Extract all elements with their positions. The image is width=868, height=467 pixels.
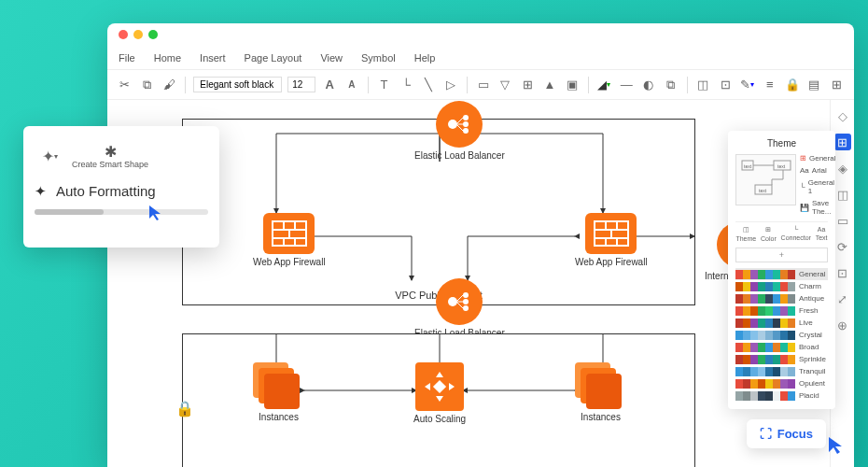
pen-icon[interactable]: ✎▾ <box>739 76 756 94</box>
layers-icon[interactable]: ▤ <box>805 76 822 94</box>
auto-formatting-row[interactable]: ✦ Auto Formatting <box>35 183 208 200</box>
min-dot[interactable] <box>133 30 143 39</box>
shadow-icon[interactable]: ◐ <box>640 76 657 94</box>
theme-tab-connector[interactable]: └Connector <box>781 226 811 242</box>
private-subnet[interactable]: 🔒 VPC Private Subnet Instances <box>182 333 695 467</box>
copy-icon[interactable]: ⧉ <box>139 76 156 94</box>
menu-insert[interactable]: Insert <box>200 52 226 64</box>
swatch-row-tranquil[interactable]: Tranquil <box>735 365 828 377</box>
theme-opt-general1[interactable]: └General 1 <box>800 178 835 195</box>
focus-button[interactable]: ⛶ Focus <box>747 419 826 448</box>
menu-home[interactable]: Home <box>154 52 181 64</box>
cut-icon[interactable]: ✂ <box>117 76 133 94</box>
sp-layers-icon[interactable]: ◫ <box>834 186 851 203</box>
swatch <box>758 343 765 352</box>
autoscale-node[interactable]: Auto Scaling <box>413 362 466 425</box>
max-dot[interactable] <box>148 30 158 39</box>
sp-theme-icon[interactable]: ⊞ <box>834 134 851 150</box>
swatch <box>765 306 773 316</box>
svg-text:text: text <box>744 163 752 169</box>
svg-point-26 <box>463 305 469 311</box>
instances-node-1[interactable]: Instances <box>253 362 304 423</box>
line-icon[interactable]: ╲ <box>420 76 437 94</box>
sp-history-icon[interactable]: ⟳ <box>834 238 851 255</box>
image-icon[interactable]: ▣ <box>564 76 581 94</box>
pointer-icon[interactable]: ▷ <box>442 76 459 94</box>
sparkle-icon[interactable]: ✦▾ <box>38 145 61 167</box>
elb-node-2[interactable]: Elastic Load Balancer <box>414 278 505 339</box>
swatch <box>735 331 743 340</box>
swatch-row-opulent[interactable]: Opulent <box>735 377 828 389</box>
menu-file[interactable]: File <box>119 52 135 64</box>
rect-icon[interactable]: ▭ <box>475 76 492 94</box>
theme-opt-save[interactable]: 💾Save The... <box>800 199 835 216</box>
theme-tab-theme[interactable]: ◫Theme <box>735 226 756 242</box>
format-painter-icon[interactable]: 🖌 <box>161 76 178 94</box>
sp-expand-icon[interactable]: ◇ <box>834 107 851 124</box>
theme-tab-text[interactable]: AaText <box>816 226 828 242</box>
instances-node-2[interactable]: Instances <box>575 362 626 423</box>
connector-icon[interactable]: └ <box>398 76 414 94</box>
swatch-row-sprinkle[interactable]: Sprinkle <box>735 353 828 365</box>
menubar: File Home Insert Page Layout View Symbol… <box>107 46 854 70</box>
swatch <box>758 379 765 389</box>
group-icon[interactable]: ⊡ <box>717 76 734 94</box>
swatch-row-broad[interactable]: Broad <box>735 341 828 353</box>
add-theme-btn[interactable]: + <box>735 248 828 262</box>
swatch-label: Opulent <box>799 379 828 388</box>
sp-page-icon[interactable]: ▭ <box>834 212 851 229</box>
swatch-row-general[interactable]: General <box>735 268 828 280</box>
theme-opt-general[interactable]: ⊞General <box>800 154 835 163</box>
fill-icon[interactable]: ◢▾ <box>596 76 613 94</box>
lock-icon[interactable]: 🔒 <box>784 76 801 94</box>
chart-icon[interactable]: ▲ <box>541 76 558 94</box>
swatch <box>750 306 758 316</box>
menu-help[interactable]: Help <box>414 52 436 64</box>
swatch <box>743 306 750 316</box>
swatch-label: Fresh <box>799 306 828 315</box>
menu-page-layout[interactable]: Page Layout <box>245 52 302 64</box>
font-shrink-icon[interactable]: A <box>343 76 360 94</box>
text-tool-icon[interactable]: T <box>376 76 393 94</box>
swatch-row-crystal[interactable]: Crystal <box>735 329 828 341</box>
theme-opt-font[interactable]: AaArial <box>800 166 835 175</box>
swatch-row-live[interactable]: Live <box>735 317 828 329</box>
theme-tab-color[interactable]: ⊞Color <box>761 226 777 242</box>
sp-grid-icon[interactable]: ⊡ <box>834 264 851 281</box>
stroke-icon[interactable]: — <box>618 76 635 94</box>
more-icon[interactable]: ⊞ <box>828 76 845 94</box>
menu-view[interactable]: View <box>320 52 343 64</box>
create-smart-shape-btn[interactable]: ✱ Create Smart Shape <box>72 143 148 170</box>
swatch <box>743 343 750 352</box>
swatch <box>750 318 758 328</box>
elb-node-1[interactable]: Elastic Load Balancer <box>414 101 505 162</box>
public-subnet[interactable]: 🔓 VPC Public Subnet Elastic Load Balance… <box>182 119 695 305</box>
sp-comment-icon[interactable]: ⊕ <box>834 317 851 333</box>
swatch-row-antique[interactable]: Antique <box>735 292 828 304</box>
shapes-icon[interactable]: ▽ <box>497 76 513 94</box>
swatch-row-fresh[interactable]: Fresh <box>735 304 828 317</box>
swatch <box>780 367 788 376</box>
swatch <box>773 294 780 304</box>
menu-symbol[interactable]: Symbol <box>361 52 396 64</box>
align-icon[interactable]: ≡ <box>762 76 778 94</box>
size-select[interactable] <box>287 77 315 92</box>
font-grow-icon[interactable]: A <box>321 76 338 94</box>
crop-icon[interactable]: ⧉ <box>663 76 679 94</box>
svg-point-25 <box>463 299 469 304</box>
waf-node-2[interactable]: Web App Firewall <box>575 213 648 268</box>
table-icon[interactable]: ⊞ <box>519 76 536 94</box>
select-icon[interactable]: ◫ <box>695 76 712 94</box>
theme-preview[interactable]: texttexttext <box>735 154 796 205</box>
swatch-row-placid[interactable]: Placid <box>735 389 828 402</box>
font-select[interactable] <box>193 77 282 92</box>
sp-expand2-icon[interactable]: ⤢ <box>834 290 851 307</box>
elb-icon <box>436 278 483 325</box>
sp-style-icon[interactable]: ◈ <box>834 160 851 177</box>
lock-closed-icon: 🔒 <box>175 400 194 418</box>
waf-node-1[interactable]: Web App Firewall <box>253 213 326 268</box>
slider[interactable] <box>35 209 208 215</box>
swatch <box>765 331 773 340</box>
swatch-row-charm[interactable]: Charm <box>735 280 828 292</box>
close-dot[interactable] <box>119 30 128 39</box>
